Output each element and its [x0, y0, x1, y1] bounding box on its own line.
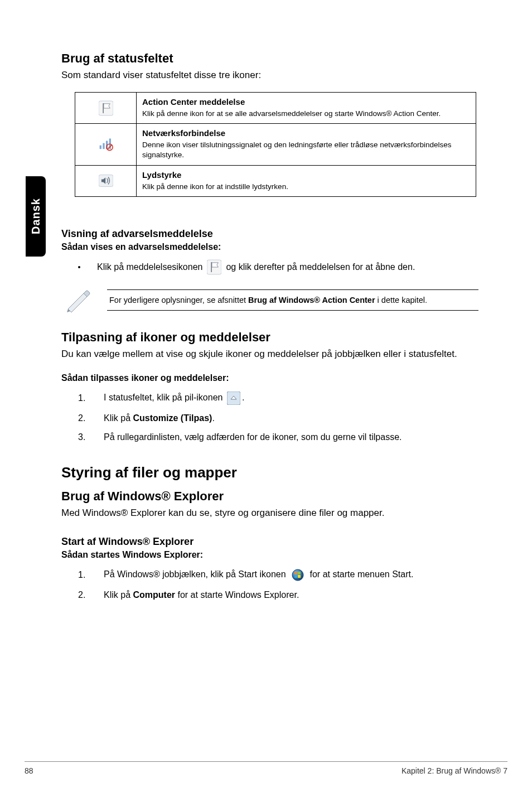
step-number: 1. — [78, 569, 89, 581]
subheading-tilpasning: Sådan tilpasses ikoner og meddelelser: — [61, 373, 478, 383]
step2-a: Klik på — [104, 590, 133, 600]
note-box: For yderligere oplysninger, se afsnittet… — [107, 289, 478, 311]
note-text-a: For yderligere oplysninger, se afsnittet — [109, 296, 248, 305]
step2-b: . — [212, 413, 214, 423]
steps-tilpasning: 1. I statusfeltet, klik på pil-ikonen . … — [78, 391, 478, 444]
list-item: 2. Klik på Customize (Tilpas). — [78, 412, 478, 424]
step1-a: På Windows® jobbjælken, klik på Start ik… — [104, 570, 286, 579]
chapter-label: Kapitel 2: Brug af Windows® 7 — [402, 766, 507, 775]
lead-statusfelt: Som standard viser statusfeltet disse tr… — [61, 69, 478, 82]
step2-a: Klik på — [104, 413, 133, 423]
step-number: 2. — [78, 412, 89, 424]
note-row: For yderligere oplysninger, se afsnittet… — [62, 287, 478, 313]
svg-rect-13 — [294, 572, 297, 574]
row-title: Netværksforbindelse — [142, 128, 470, 138]
svg-rect-14 — [298, 572, 301, 574]
step1-text: I statusfeltet, klik på pil-ikonen — [104, 393, 223, 402]
row-title: Lydstyrke — [142, 170, 470, 180]
svg-rect-8 — [99, 175, 113, 187]
step2-bold: Customize (Tilpas) — [133, 413, 212, 423]
step1-b: for at starte menuen Start. — [310, 570, 414, 579]
note-text-b: i dette kapitel. — [375, 296, 428, 305]
cell-icon-action-center — [75, 92, 137, 123]
step1-end: . — [242, 393, 244, 402]
network-icon — [99, 137, 113, 152]
heading-tilpasning: Tilpasning af ikoner og meddelelser — [61, 330, 478, 345]
subheading-advarsel: Sådan vises en advarselsmeddelelse: — [61, 242, 478, 252]
bullet-dot-icon — [78, 266, 80, 268]
list-item: 2. Klik på Computer for at starte Window… — [78, 589, 478, 601]
subsubheading-start-explorer: Sådan startes Windows Explorer: — [61, 550, 478, 560]
list-item: 3. På rullegardinlisten, vælg adfærden f… — [78, 431, 478, 443]
step2-bold: Computer — [133, 590, 175, 600]
bullet-advarsel: Klik på meddelelsesikonen og klik dereft… — [78, 260, 478, 274]
step-number: 3. — [78, 431, 89, 443]
heading-statusfelt: Brug af statusfeltet — [61, 51, 478, 66]
steps-explorer: 1. På Windows® jobbjælken, klik på Start… — [78, 568, 478, 601]
status-icon-table: Action Center meddelelse Klik på denne i… — [75, 92, 476, 197]
table-row: Action Center meddelelse Klik på denne i… — [75, 92, 476, 123]
cell-icon-network — [75, 124, 137, 165]
bullet-text-b: og klik derefter på meddelelsen for at å… — [226, 262, 415, 272]
side-tab: Dansk — [26, 176, 46, 257]
subheading-start-explorer: Start af Windows® Explorer — [61, 536, 478, 548]
svg-rect-16 — [298, 575, 301, 578]
svg-rect-15 — [294, 575, 297, 578]
svg-rect-3 — [103, 143, 104, 149]
step-number: 2. — [78, 589, 89, 601]
arrow-up-icon — [226, 391, 241, 405]
svg-rect-2 — [99, 146, 101, 149]
step-number: 1. — [78, 392, 89, 404]
heading-explorer: Brug af Windows® Explorer — [61, 489, 478, 504]
note-text-bold: Brug af Windows® Action Center — [248, 296, 375, 305]
lead-tilpasning: Du kan vælge mellem at vise og skjule ik… — [61, 348, 478, 361]
flag-icon — [207, 260, 221, 274]
flag-icon — [99, 101, 113, 115]
step3-text: På rullegardinlisten, vælg adfærden for … — [104, 431, 402, 443]
side-tab-label: Dansk — [30, 198, 42, 234]
heading-styring: Styring af filer og mapper — [61, 464, 478, 481]
row-desc: Denne ikon viser tilslutningssignalet og… — [142, 141, 452, 159]
page-footer: 88 Kapitel 2: Brug af Windows® 7 — [25, 761, 507, 775]
page-number: 88 — [25, 766, 33, 775]
heading-advarsel: Visning af advarselsmeddelelse — [61, 228, 478, 240]
list-item: 1. I statusfeltet, klik på pil-ikonen . — [78, 391, 478, 405]
cell-desc-volume: Lydstyrke Klik på denne ikon for at inds… — [137, 165, 476, 196]
lead-explorer: Med Windows® Explorer kan du se, styre o… — [61, 507, 478, 520]
main-content: Brug af statusfeltet Som standard viser … — [61, 51, 478, 608]
row-title: Action Center meddelelse — [142, 97, 470, 107]
cell-icon-volume — [75, 165, 137, 196]
table-row: Lydstyrke Klik på denne ikon for at inds… — [75, 165, 476, 196]
list-item: 1. På Windows® jobbjælken, klik på Start… — [78, 568, 478, 582]
cell-desc-network: Netværksforbindelse Denne ikon viser til… — [137, 124, 476, 165]
pencil-icon — [62, 287, 95, 313]
step2-b: for at starte Windows Explorer. — [175, 590, 299, 600]
row-desc: Klik på denne ikon for at indstille lyds… — [142, 182, 288, 191]
cell-desc-action-center: Action Center meddelelse Klik på denne i… — [137, 92, 476, 123]
row-desc: Klik på denne ikon for at se alle advars… — [142, 109, 441, 118]
bullet-text-a: Klik på meddelelsesikonen — [97, 262, 202, 272]
volume-icon — [99, 173, 113, 188]
table-row: Netværksforbindelse Denne ikon viser til… — [75, 124, 476, 165]
windows-start-orb-icon — [291, 568, 305, 582]
